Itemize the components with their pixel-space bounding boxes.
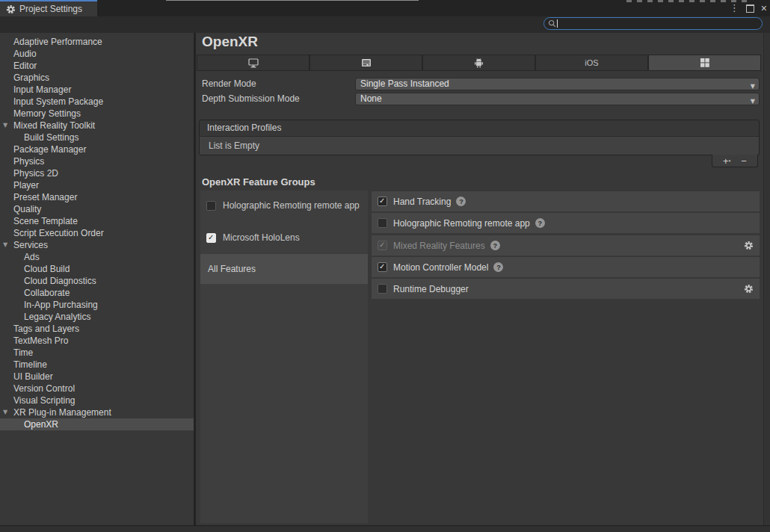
runtime-debugger-checkbox[interactable] [378,284,387,294]
sidebar-item-input-manager[interactable]: Input Manager [0,84,194,96]
sidebar-item-input-system-package[interactable]: Input System Package [0,96,194,108]
feature-groups-panel: Holographic Remoting remote app Microsof… [200,191,368,523]
sidebar-item-physics[interactable]: Physics [0,155,194,167]
hand-tracking-checkbox[interactable] [378,197,387,206]
gear-icon [6,4,16,14]
feature-label: Motion Controller Model [393,262,488,273]
tab-standalone[interactable] [197,55,309,70]
sidebar-item-adaptive-performance[interactable]: Adaptive Performance [0,36,194,48]
holographic-remoting-group-checkbox[interactable] [206,201,216,211]
sidebar-item-ads[interactable]: Ads [0,251,194,263]
sidebar-item-preset-manager[interactable]: Preset Manager [0,191,194,203]
feature-group-row: Microsoft HoloLens [200,232,368,244]
sidebar-item-memory-settings[interactable]: Memory Settings [0,108,194,120]
interaction-profiles-list: Interaction Profiles List is Empty [199,120,760,155]
chevron-down-icon: ▼ [751,81,755,92]
sidebar-item-xr-plug-in-management[interactable]: XR Plug-in Management [0,406,194,418]
sidebar-item-time[interactable]: Time [0,347,194,359]
sidebar-item-ui-builder[interactable]: UI Builder [0,371,194,383]
sidebar-item-audio[interactable]: Audio [0,48,194,60]
feature-label: Holographic Remoting remote app [393,218,530,229]
android-icon [474,58,484,68]
chevron-down-icon: ▼ [751,96,755,107]
sidebar-item-package-manager[interactable]: Package Manager [0,143,194,155]
tab-ios[interactable]: iOS [536,55,647,70]
vertical-scrollbar[interactable] [763,33,770,525]
feature-label: Runtime Debugger [393,284,469,294]
depth-submission-mode-dropdown[interactable]: None ▼ [355,93,760,105]
search-toolbar [0,16,770,33]
sidebar-item-quality[interactable]: Quality [0,203,194,215]
window-bottom-edge [0,525,770,532]
project-settings-window: Project Settings ⋮ × Adaptive Performanc… [0,0,770,532]
feature-row: Hand Tracking ? [372,191,760,211]
platform-tab-bar: iOS [197,55,761,71]
restore-window-icon[interactable] [746,4,754,13]
server-icon [361,58,372,67]
sidebar-item-player[interactable]: Player [0,179,194,191]
tab-label: Project Settings [19,4,82,14]
tab-project-settings[interactable]: Project Settings [0,0,97,16]
sidebar-item-openxr[interactable]: OpenXR [0,418,194,430]
feature-label: Mixed Reality Features [393,241,485,251]
sidebar-item-script-execution-order[interactable]: Script Execution Order [0,227,194,239]
search-icon [548,19,556,28]
sidebar-item-services[interactable]: Services [0,239,194,251]
tab-android[interactable] [423,55,535,70]
feature-group-label: Holographic Remoting remote app [223,200,360,211]
window-menu-icon[interactable]: ⋮ [730,0,739,16]
chevron-down-icon: ▾ [729,158,731,163]
sidebar-item-version-control[interactable]: Version Control [0,383,194,395]
interaction-profiles-footer: +▾ − [712,155,758,167]
sidebar-item-graphics[interactable]: Graphics [0,72,194,84]
add-profile-button[interactable]: +▾ [723,155,730,167]
sidebar-item-cloud-build[interactable]: Cloud Build [0,263,194,275]
render-mode-label: Render Mode [202,78,256,90]
gear-icon[interactable] [744,241,754,250]
feature-label: Hand Tracking [393,197,451,207]
sidebar-item-physics-2d[interactable]: Physics 2D [0,167,194,179]
sidebar-item-timeline[interactable]: Timeline [0,359,194,371]
render-mode-value: Single Pass Instanced [360,78,449,89]
sidebar-item-collaborate[interactable]: Collaborate [0,287,194,299]
all-features-item[interactable]: All Features [200,254,368,284]
feature-row: Runtime Debugger [372,279,760,299]
page-title: OpenXR [202,34,258,50]
help-icon[interactable]: ? [456,197,466,206]
help-icon[interactable]: ? [493,262,503,272]
sidebar-item-build-settings[interactable]: Build Settings [0,132,194,143]
sidebar-item-cloud-diagnostics[interactable]: Cloud Diagnostics [0,275,194,287]
feature-group-row: Holographic Remoting remote app [200,200,368,211]
motion-controller-model-checkbox[interactable] [378,262,387,272]
remove-profile-button[interactable]: − [741,155,747,167]
sidebar-item-textmesh-pro[interactable]: TextMesh Pro [0,335,194,347]
help-icon[interactable]: ? [490,241,500,250]
sidebar-item-visual-scripting[interactable]: Visual Scripting [0,395,194,406]
render-mode-dropdown[interactable]: Single Pass Instanced ▼ [355,78,760,90]
sidebar-item-legacy-analytics[interactable]: Legacy Analytics [0,311,194,323]
holographic-remoting-checkbox[interactable] [378,218,387,228]
gear-icon[interactable] [744,284,754,294]
sidebar-item-in-app-purchasing[interactable]: In-App Purchasing [0,299,194,311]
tab-windows[interactable] [649,55,760,70]
search-box[interactable] [543,17,763,30]
sidebar-item-tags-and-layers[interactable]: Tags and Layers [0,323,194,335]
depth-submission-mode-value: None [360,93,382,104]
help-icon[interactable]: ? [535,218,545,228]
clipped-content-artifact [166,0,419,1]
feature-groups-title: OpenXR Feature Groups [202,176,315,188]
microsoft-hololens-group-checkbox[interactable] [206,233,216,243]
ios-tab-label: iOS [585,58,598,67]
feature-row: Motion Controller Model ? [372,257,760,277]
tab-dedicated-server[interactable] [310,55,422,70]
sidebar-item-mixed-reality-toolkit[interactable]: Mixed Reality Toolkit [0,120,194,132]
sidebar-item-editor[interactable]: Editor [0,60,194,72]
feature-group-label: Microsoft HoloLens [223,232,300,243]
search-input[interactable] [558,19,762,28]
sidebar-list: Adaptive Performance Audio Editor Graphi… [0,36,194,430]
sidebar-item-scene-template[interactable]: Scene Template [0,215,194,227]
monitor-icon [248,58,259,68]
close-icon[interactable]: × [761,0,767,16]
interaction-profiles-empty-text: List is Empty [200,137,759,155]
feature-row: Holographic Remoting remote app ? [372,213,760,233]
